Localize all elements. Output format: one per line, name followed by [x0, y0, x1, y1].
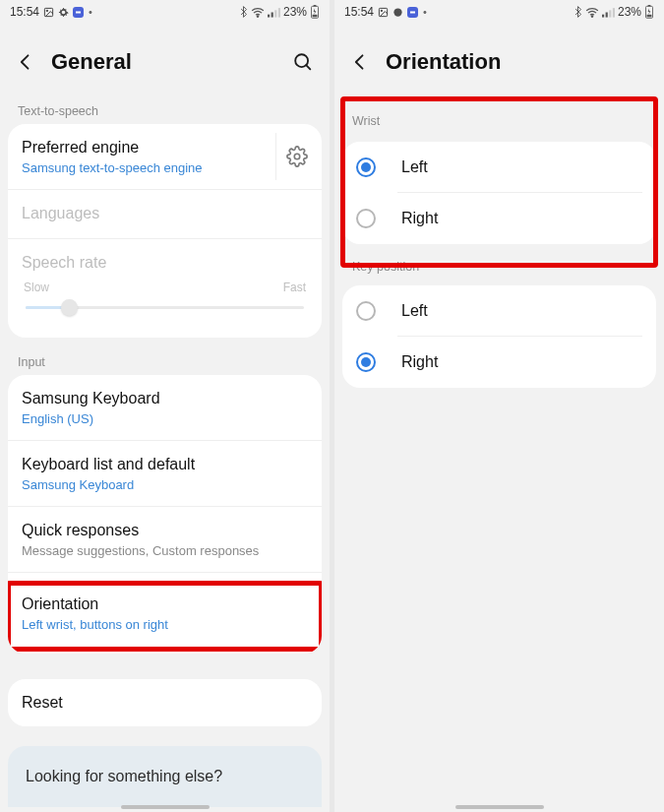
row-speech-rate: Speech rate Slow Fast [8, 238, 322, 339]
svg-rect-21 [602, 14, 604, 17]
search-icon[interactable] [292, 51, 314, 73]
svg-rect-22 [606, 12, 608, 17]
languages-label: Languages [22, 204, 308, 224]
radio-icon [356, 352, 376, 372]
screen-orientation: 15:54 • 23% Orientation Wrist Left [334, 0, 664, 812]
svg-rect-23 [609, 10, 611, 17]
page-title: General [51, 49, 276, 75]
section-input-label: Input [0, 338, 330, 375]
samsung-keyboard-label: Samsung Keyboard [22, 389, 308, 409]
radio-icon [356, 301, 376, 321]
status-time: 15:54 [344, 5, 374, 19]
radio-keypos-left[interactable]: Left [342, 285, 656, 337]
quick-responses-sub: Message suggestions, Custom responses [22, 543, 308, 558]
battery-text: 23% [283, 5, 307, 19]
battery-icon [310, 5, 320, 19]
svg-rect-10 [314, 5, 317, 6]
image-icon [43, 7, 54, 18]
wifi-icon [251, 7, 265, 18]
svg-rect-11 [313, 15, 318, 17]
keypos-card: Left Right [342, 285, 656, 388]
wifi-icon [585, 7, 599, 18]
status-bar: 15:54 • 23% [0, 0, 330, 24]
svg-point-4 [257, 15, 259, 17]
home-indicator[interactable] [121, 805, 210, 809]
radio-keypos-right[interactable]: Right [342, 337, 656, 388]
slow-label: Slow [24, 281, 49, 294]
slider-thumb[interactable] [61, 299, 78, 316]
radio-icon [356, 157, 376, 177]
orientation-label: Orientation [22, 594, 308, 615]
svg-rect-27 [647, 15, 652, 17]
svg-rect-8 [278, 8, 280, 17]
home-indicator[interactable] [455, 805, 544, 809]
svg-rect-19 [410, 11, 415, 13]
svg-point-1 [46, 10, 47, 11]
speech-rate-label: Speech rate [22, 253, 308, 274]
preferred-engine-sub: Samsung text-to-speech engine [22, 160, 308, 175]
input-card: Samsung Keyboard English (US) Keyboard l… [8, 375, 322, 653]
svg-rect-24 [613, 8, 615, 17]
wrist-left-label: Left [401, 158, 428, 176]
bluetooth-icon [239, 6, 248, 18]
section-tts-label: Text-to-speech [0, 94, 330, 124]
section-wrist-label: Wrist [334, 94, 664, 142]
reset-label: Reset [22, 693, 308, 714]
battery-text: 23% [618, 5, 641, 19]
row-preferred-engine[interactable]: Preferred engine Samsung text-to-speech … [8, 124, 322, 189]
header: Orientation [334, 24, 664, 94]
back-icon[interactable] [16, 52, 35, 72]
row-keyboard-list[interactable]: Keyboard list and default Samsung Keyboa… [8, 440, 322, 506]
svg-rect-3 [76, 11, 81, 13]
engine-settings-button[interactable] [275, 133, 316, 180]
section-keypos-label: Key position [334, 244, 664, 285]
app-status-icon [407, 7, 418, 18]
radio-wrist-right[interactable]: Right [342, 193, 656, 244]
svg-point-17 [393, 8, 401, 16]
preferred-engine-label: Preferred engine [22, 138, 308, 158]
gear-icon [286, 146, 308, 167]
speech-rate-slider[interactable] [22, 296, 308, 320]
row-reset[interactable]: Reset [8, 679, 322, 727]
svg-point-14 [294, 154, 300, 159]
svg-rect-5 [268, 14, 270, 17]
gear-status-icon [58, 7, 69, 18]
keyboard-list-label: Keyboard list and default [22, 455, 308, 475]
gear-status-icon [392, 7, 403, 18]
page-title: Orientation [386, 49, 648, 75]
svg-rect-7 [274, 10, 276, 17]
bluetooth-icon [573, 6, 582, 18]
wrist-right-label: Right [401, 210, 438, 227]
back-icon[interactable] [350, 52, 370, 72]
tts-card: Preferred engine Samsung text-to-speech … [8, 124, 322, 338]
row-orientation[interactable]: Orientation Left wrist, buttons on right [8, 572, 322, 654]
app-status-icon [73, 7, 84, 18]
keyboard-list-sub: Samsung Keyboard [22, 477, 308, 492]
row-quick-responses[interactable]: Quick responses Message suggestions, Cus… [8, 506, 322, 572]
svg-point-20 [591, 15, 593, 17]
svg-line-13 [306, 65, 310, 69]
screen-general: 15:54 • 23% General Text-to-speech Prefe… [0, 0, 330, 812]
row-samsung-keyboard[interactable]: Samsung Keyboard English (US) [8, 375, 322, 440]
footer-prompt[interactable]: Looking for something else? [8, 746, 322, 807]
status-more-dot: • [423, 6, 427, 18]
battery-icon [644, 5, 654, 19]
keypos-right-label: Right [401, 353, 438, 371]
fast-label: Fast [283, 281, 306, 294]
svg-rect-26 [648, 5, 651, 6]
radio-icon [356, 209, 376, 228]
quick-responses-label: Quick responses [22, 521, 308, 541]
samsung-keyboard-sub: English (US) [22, 411, 308, 426]
svg-rect-6 [272, 12, 273, 17]
status-bar: 15:54 • 23% [334, 0, 664, 24]
image-icon [378, 7, 389, 18]
reset-card: Reset [8, 679, 322, 727]
header: General [0, 24, 330, 94]
svg-point-16 [381, 10, 382, 11]
wrist-card: Left Right [342, 142, 656, 244]
radio-wrist-left[interactable]: Left [342, 142, 656, 193]
row-languages[interactable]: Languages [8, 189, 322, 238]
signal-icon [268, 7, 280, 18]
orientation-sub: Left wrist, buttons on right [22, 617, 308, 632]
status-more-dot: • [89, 6, 92, 18]
